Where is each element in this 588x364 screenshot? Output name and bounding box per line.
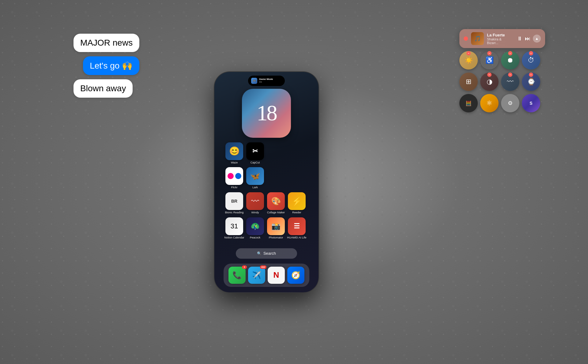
telegram-icon: ✈️ (252, 271, 261, 280)
app-waze[interactable]: 😊 Waze (225, 142, 244, 164)
cc-watch-btn[interactable]: − ⌚ (522, 73, 540, 91)
cc-react-btn[interactable]: ⚛ (480, 94, 499, 112)
cc-accessibility-btn[interactable]: − ♿ (480, 51, 499, 69)
watch-icon: ⌚ (527, 78, 535, 86)
cc-settings-btn[interactable]: ⚙ (501, 94, 519, 112)
cc-row-1: − ☀️ − ♿ − ⏺ − ⏱ (459, 51, 545, 69)
windy-icon: 〰 (246, 192, 264, 210)
cc-minus-indicator: − (508, 73, 512, 77)
capcut-label: CapCut (251, 161, 260, 164)
lark-label: Lark (252, 186, 258, 189)
waze-icon: 😊 (225, 142, 243, 160)
app-reeder[interactable]: ⚡ Reeder (287, 192, 306, 214)
np-close-btn[interactable] (464, 36, 468, 41)
dock-telegram[interactable]: ✈️ 432 (248, 267, 265, 284)
notion-cal-label: Notion Calendar (224, 236, 244, 239)
cc-minus-indicator: − (487, 73, 492, 77)
control-center: 🎵 La Fuerte Shakira & Bizarr... ⏸ ⏭ ▲ − … (459, 29, 545, 112)
cc-screen-record-btn[interactable]: − ⏺ (501, 51, 519, 69)
message-bubbles: MAJOR news Let's go 🙌 Blown away (74, 34, 139, 98)
peacock-icon: 🦚 (246, 217, 264, 235)
qr-icon: ⊞ (466, 78, 471, 86)
np-forward-btn[interactable]: ⏭ (525, 36, 530, 42)
np-controls[interactable]: ⏸ ⏭ ▲ (517, 35, 541, 43)
cc-timer-btn[interactable]: − ⏱ (522, 51, 540, 69)
cc-dark-mode-btn[interactable]: − ◑ (480, 73, 499, 91)
airplay-icon: ▲ (535, 36, 539, 41)
brightness-icon: ☀️ (465, 56, 473, 64)
app-huawei[interactable]: ☰ HUAWEI AI Life (287, 217, 306, 239)
np-info: La Fuerte Shakira & Bizarr... (487, 33, 514, 45)
safari-icon: 🧭 (291, 271, 300, 280)
react-icon: ⚛ (486, 99, 492, 107)
cc-row-3: 🧮 ⚛ ⚙ S (459, 94, 545, 112)
settings-icon: ⚙ (508, 100, 513, 107)
app-windy[interactable]: 〰 Windy (246, 192, 265, 214)
siri-icon: S (530, 101, 532, 106)
message-bubble-1: MAJOR news (74, 34, 139, 52)
phone-screen: 🎮 Game Mode On 18 😊 Waze (214, 72, 318, 292)
np-pause-btn[interactable]: ⏸ (517, 36, 522, 42)
cc-qr-btn[interactable]: ⊞ (459, 73, 478, 91)
app-bionic-reading[interactable]: BR Bionic Reading (225, 192, 244, 214)
np-album-art: 🎵 (471, 32, 484, 45)
peacock-label: Peacock (250, 236, 261, 239)
photomator-icon: 📸 (267, 217, 285, 235)
app-lark[interactable]: 🦋 Lark (246, 167, 265, 189)
notion-cal-icon: 31 (225, 217, 243, 235)
photomator-label: Photomator (269, 236, 283, 239)
accessibility-icon: ♿ (485, 56, 494, 64)
app-flickr[interactable]: Flickr (225, 167, 244, 189)
np-airplay-btn[interactable]: ▲ (533, 35, 541, 43)
flickr-icon (225, 167, 243, 185)
cc-sound-btn[interactable]: − 〰 (501, 73, 519, 91)
message-bubble-2: Let's go 🙌 (83, 56, 139, 75)
sound-icon: 〰 (507, 78, 514, 86)
windy-label: Windy (251, 211, 259, 214)
now-playing-widget[interactable]: 🎵 La Fuerte Shakira & Bizarr... ⏸ ⏭ ▲ (459, 29, 545, 48)
dynamic-island: 🎮 Game Mode On (248, 76, 285, 86)
cc-siri-btn[interactable]: S (522, 94, 540, 112)
news-icon: N (273, 270, 279, 280)
reeder-icon: ⚡ (288, 192, 306, 210)
huawei-icon: ☰ (288, 217, 306, 235)
app-peacock[interactable]: 🦚 Peacock (246, 217, 265, 239)
ios18-icon: 18 (242, 89, 291, 138)
collage-icon: 🎨 (267, 192, 285, 210)
dock-safari[interactable]: 🧭 (287, 267, 304, 284)
collage-label: Collage Maker (267, 211, 285, 214)
app-collage-maker[interactable]: 🎨 Collage Maker (266, 192, 285, 214)
screen-record-icon: ⏺ (507, 56, 514, 64)
bionic-icon: BR (225, 192, 243, 210)
cc-brightness-btn[interactable]: − ☀️ (459, 51, 478, 69)
dock: 📞 3 ✈️ 432 N 🧭 (224, 264, 309, 287)
phone-badge: 3 (242, 265, 247, 269)
di-status: On (259, 81, 273, 83)
reeder-label: Reeder (292, 211, 301, 214)
phone-icon: 📞 (232, 271, 242, 280)
cc-minus-indicator: − (466, 51, 471, 55)
app-photomator[interactable]: 📸 Photomator (266, 217, 285, 239)
bionic-label: Bionic Reading (225, 211, 244, 214)
flickr-label: Flickr (231, 186, 238, 189)
cc-calculator-btn[interactable]: 🧮 (459, 94, 478, 112)
cc-minus-indicator: − (508, 51, 512, 55)
dock-news[interactable]: N (268, 267, 285, 284)
cc-minus-indicator: − (487, 51, 492, 55)
search-label: Search (263, 251, 276, 256)
huawei-label: HUAWEI AI Life (287, 236, 306, 239)
message-bubble-3: Blown away (74, 79, 133, 98)
calculator-icon: 🧮 (466, 100, 472, 106)
cc-minus-indicator: − (529, 51, 533, 55)
cc-minus-indicator: − (529, 73, 533, 77)
cc-row-2: ⊞ − ◑ − 〰 − ⌚ (459, 73, 545, 91)
dark-mode-icon: ◑ (487, 78, 492, 86)
waze-label: Waze (231, 161, 238, 164)
app-notion-calendar[interactable]: 31 Notion Calendar (225, 217, 244, 239)
di-game-mode-icon: 🎮 (251, 78, 257, 84)
app-capcut[interactable]: ✂ CapCut (246, 142, 265, 164)
di-info: Game Mode On (259, 78, 273, 83)
telegram-badge: 432 (260, 265, 266, 269)
search-bar[interactable]: 🔍 Search (236, 248, 297, 259)
dock-phone[interactable]: 📞 3 (228, 267, 246, 284)
